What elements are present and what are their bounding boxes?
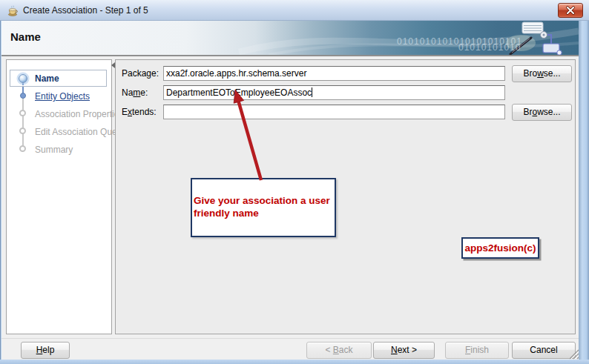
extends-browse-button[interactable]: Browse... (512, 104, 572, 121)
page-title: Name (10, 30, 41, 43)
create-association-dialog: Create Association - Step 1 of 5 Name 01… (0, 0, 589, 364)
help-button[interactable]: Help (21, 342, 70, 359)
close-button[interactable] (558, 3, 583, 18)
package-label: Package: (122, 68, 159, 79)
window-border-right (579, 21, 589, 364)
watermark-badge: apps2fusion(c) (461, 237, 539, 259)
banner-binary-text: 01010101010 (458, 42, 521, 53)
java-cup-icon (7, 4, 19, 16)
window-border-bottom (0, 360, 589, 364)
finish-button: Finish (445, 342, 509, 359)
footer-separator (1, 338, 579, 339)
next-button[interactable]: Next > (373, 342, 435, 359)
step-bullet-current-icon (19, 74, 27, 83)
back-button: < Back (306, 342, 372, 359)
window-title: Create Association - Step 1 of 5 (23, 5, 148, 16)
extends-label: Extends: (122, 107, 157, 117)
name-label: Name: (122, 87, 148, 98)
annotation-callout: Give your association a user friendly na… (191, 178, 336, 237)
step-bullet-done-icon (20, 93, 26, 99)
title-bar[interactable]: Create Association - Step 1 of 5 (0, 0, 589, 21)
sidebar-item-edit-association-query: Edit Association Query (35, 127, 125, 137)
wizard-header: Name 0101010101010101010101 01010101010 (1, 21, 579, 56)
text-caret (312, 87, 312, 97)
step-bullet-icon (19, 128, 26, 134)
package-browse-button[interactable]: Browse... (512, 65, 572, 82)
sidebar-item-association-properties: Association Properties (35, 109, 123, 119)
package-field[interactable]: xxa2f.oracle.apps.hr.schema.server (163, 66, 505, 81)
step-bullet-icon (19, 110, 26, 116)
name-field[interactable]: DepartmentEOToEmployeeEOAssoc (163, 85, 505, 100)
step-bullet-icon (19, 145, 26, 152)
sidebar-item-name[interactable]: Name (35, 73, 59, 84)
close-icon (559, 4, 582, 17)
sidebar-item-entity-objects[interactable]: Entity Objects (35, 91, 90, 102)
form-panel (115, 59, 576, 334)
extends-field[interactable] (163, 105, 505, 119)
sidebar-item-summary: Summary (35, 145, 73, 155)
